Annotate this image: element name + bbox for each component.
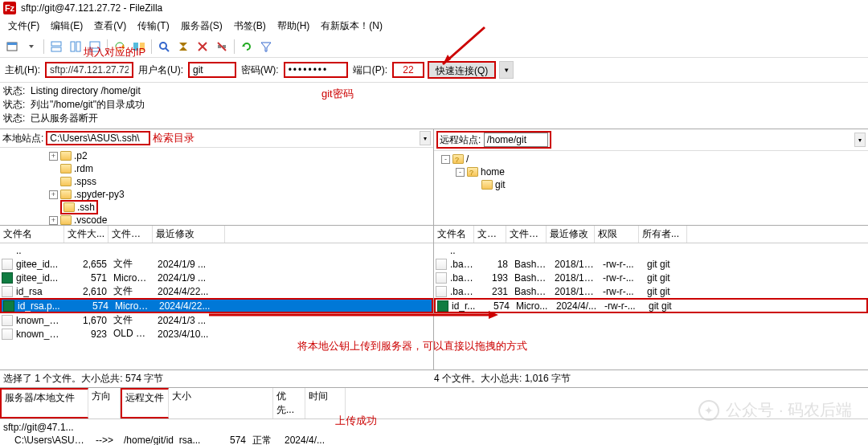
file-row[interactable]: id_rsa.p...574Microsof...2024/4/22... — [0, 298, 433, 313]
file-row[interactable]: .bas...18Bash L...2018/10...-rw-r-...git… — [434, 257, 868, 271]
toggle-queue-icon[interactable] — [86, 38, 104, 55]
file-row[interactable]: known_h...923OLD 文件2023/4/10... — [0, 327, 433, 341]
menu-server[interactable]: 服务器(S) — [176, 18, 227, 35]
col-type[interactable]: 文件类... — [506, 226, 547, 243]
tree-item-label: .vscode — [74, 214, 107, 225]
tree-item[interactable]: +.p2 — [0, 149, 433, 162]
quickconnect-button[interactable]: 快速连接(Q) — [428, 61, 496, 79]
tree-item[interactable]: +.spyder-py3 — [0, 188, 433, 201]
host-input[interactable] — [45, 62, 133, 78]
menu-help[interactable]: 帮助(H) — [272, 18, 315, 35]
process-queue-icon[interactable] — [174, 38, 192, 55]
file-row[interactable]: .bas...231Bash P...2018/10...-rw-r-...gi… — [434, 284, 868, 298]
tree-item[interactable]: +.vscode — [0, 214, 433, 225]
file-row[interactable]: id_r...574Micro...2024/4/...-rw-r-...git… — [434, 298, 868, 313]
tree-item[interactable]: .spss — [0, 175, 433, 188]
sitemanager-icon[interactable] — [3, 38, 21, 55]
tree-item-label: .spyder-py3 — [74, 189, 125, 200]
sitemanager-dropdown-icon[interactable] — [23, 38, 40, 55]
user-input[interactable] — [188, 62, 236, 78]
col-modified[interactable]: 最近修改 — [547, 226, 595, 243]
menu-newversion[interactable]: 有新版本！(N) — [316, 18, 387, 35]
local-tree[interactable]: +.p2.rdm.spss+.spyder-py3.ssh+.vscode — [0, 148, 433, 225]
col-remote-file[interactable]: 远程文件 — [121, 388, 169, 418]
file-row[interactable]: .. — [0, 243, 433, 257]
col-time[interactable]: 时间 — [305, 388, 346, 418]
quickconnect-dropdown-icon[interactable]: ▼ — [499, 61, 514, 79]
file-row[interactable]: .bas...193Bash P...2018/10...-rw-r-...gi… — [434, 271, 868, 284]
expander-icon[interactable]: + — [49, 152, 58, 161]
remote-filelist[interactable]: 文件名 文件... 文件类... 最近修改 权限 所有者... ...bas..… — [434, 226, 868, 369]
queue-body[interactable]: sftp://git@47.1... C:\Users\ASUS... -->>… — [0, 419, 868, 445]
col-permissions[interactable]: 权限 — [595, 226, 639, 243]
queue-server-row[interactable]: sftp://git@47.1... — [0, 421, 868, 434]
local-selection-status: 选择了 1 个文件。大小总共: 574 字节 — [3, 372, 434, 386]
tree-item[interactable]: .ssh — [0, 201, 433, 214]
toggle-log-icon[interactable] — [47, 38, 65, 55]
tree-item[interactable]: git — [434, 178, 868, 191]
compare-icon[interactable] — [130, 38, 148, 55]
svg-rect-4 — [71, 42, 75, 51]
titlebar: Fz sftp://git@47.121.27.72 - FileZilla — [0, 0, 868, 16]
svg-rect-2 — [51, 42, 61, 46]
filter-icon[interactable] — [257, 38, 275, 55]
tree-item-label: home — [481, 166, 505, 178]
toggle-tree-icon[interactable] — [67, 38, 84, 55]
file-row[interactable]: gitee_id...571Microsof...2024/1/9 ... — [0, 271, 433, 284]
remote-path-input[interactable] — [484, 133, 548, 147]
reconnect-icon[interactable] — [238, 38, 256, 55]
svg-rect-9 — [133, 43, 138, 51]
svg-marker-14 — [179, 47, 187, 51]
local-site-label: 本地站点: — [2, 132, 43, 145]
svg-rect-3 — [51, 47, 61, 51]
search-icon[interactable] — [155, 38, 173, 55]
remote-path-dropdown-icon[interactable]: ▾ — [854, 133, 866, 147]
col-direction[interactable]: 方向 — [88, 388, 121, 418]
expander-icon[interactable]: + — [49, 216, 58, 225]
col-server-local[interactable]: 服务器/本地文件 — [0, 388, 88, 418]
col-modified[interactable]: 最近修改 — [153, 226, 225, 243]
local-path-dropdown-icon[interactable]: ▾ — [420, 131, 431, 145]
folder-icon — [481, 180, 493, 190]
menu-bookmarks[interactable]: 书签(B) — [229, 18, 271, 35]
col-owner[interactable]: 所有者... — [639, 226, 687, 243]
local-path-input[interactable] — [46, 131, 150, 145]
file-row[interactable]: .. — [434, 243, 868, 257]
col-filename[interactable]: 文件名 — [0, 226, 64, 243]
file-row[interactable]: id_rsa2,610文件2024/4/22... — [0, 284, 433, 298]
expander-icon[interactable]: - — [441, 155, 450, 164]
tree-item-label: .ssh — [77, 202, 95, 213]
file-row[interactable]: known_h...1,670文件2024/1/3 ... — [0, 313, 433, 327]
cancel-icon[interactable] — [194, 38, 211, 55]
expander-icon[interactable]: + — [49, 190, 58, 199]
tree-item[interactable]: .rdm — [0, 162, 433, 175]
menu-edit[interactable]: 编辑(E) — [46, 18, 88, 35]
col-size[interactable]: 大小 — [169, 388, 273, 418]
port-label: 端口(P): — [351, 63, 389, 77]
folder-icon — [467, 167, 478, 177]
col-filename[interactable]: 文件名 — [434, 226, 474, 243]
menu-file[interactable]: 文件(F) — [3, 18, 44, 35]
queue-row[interactable]: C:\Users\ASUS... -->> /home/git/id_rsa..… — [0, 434, 868, 445]
sync-browse-icon[interactable] — [111, 38, 129, 55]
tree-item[interactable]: -/ — [434, 153, 868, 165]
password-input[interactable] — [284, 62, 348, 78]
tree-item-label: git — [495, 179, 506, 190]
file-row[interactable]: gitee_id...2,655文件2024/1/9 ... — [0, 257, 433, 271]
menu-transfer[interactable]: 传输(T) — [133, 18, 174, 35]
local-filelist[interactable]: 文件名 文件大... 文件类型 最近修改 ..gitee_id...2,655文… — [0, 226, 434, 369]
expander-icon[interactable]: - — [456, 168, 465, 177]
disconnect-icon[interactable] — [213, 38, 231, 55]
tree-item[interactable]: -home — [434, 165, 868, 178]
port-input[interactable] — [392, 62, 424, 78]
svg-rect-10 — [140, 43, 145, 51]
folder-icon — [60, 215, 72, 225]
col-size[interactable]: 文件... — [474, 226, 506, 243]
col-type[interactable]: 文件类型 — [108, 226, 153, 243]
remote-tree[interactable]: -/-homegit — [434, 151, 868, 225]
col-priority[interactable]: 优先... — [273, 388, 305, 418]
col-size[interactable]: 文件大... — [64, 226, 108, 243]
message-log[interactable]: 状态: Listing directory /home/git 状态: 列出"/… — [0, 83, 868, 129]
tree-item-label: / — [466, 153, 469, 165]
menu-view[interactable]: 查看(V) — [89, 18, 131, 35]
